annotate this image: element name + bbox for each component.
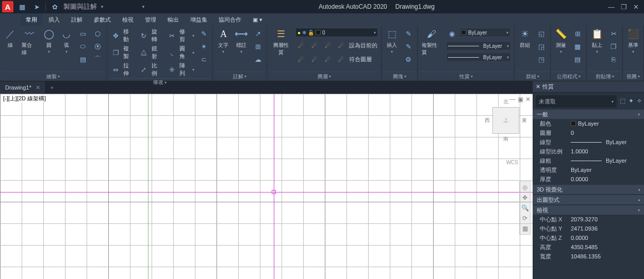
util-tool-3-icon[interactable]: ▤ xyxy=(572,54,583,65)
tab-output[interactable]: 輸出 xyxy=(162,13,184,26)
pan-icon[interactable]: ✥ xyxy=(522,194,527,201)
clip-more-icon[interactable]: ⎘ xyxy=(608,54,619,65)
prop-row-lineweight[interactable]: 線粗ByLayer xyxy=(533,156,644,165)
block-tool-1-icon[interactable]: ✎ xyxy=(403,28,414,39)
arc-button[interactable]: ◡弧▾ xyxy=(58,27,74,55)
workspace-label[interactable]: 製圖與註解 xyxy=(63,2,97,11)
vp-restore-icon[interactable]: ▣ xyxy=(518,96,523,103)
match-props-button[interactable]: 🖌複製性質 xyxy=(420,27,443,57)
array-icon[interactable]: ⁜ xyxy=(166,64,177,75)
copy-clip-icon[interactable]: ❐ xyxy=(608,41,619,52)
palette-title[interactable]: ✕性質 xyxy=(533,81,644,93)
minimize-icon[interactable]: — xyxy=(608,3,615,11)
color-wheel-icon[interactable]: ◉ xyxy=(446,28,457,39)
group-tool-3-icon[interactable]: ◳ xyxy=(536,54,547,65)
trim-icon[interactable]: ✂ xyxy=(166,30,177,41)
prop-row-linetype[interactable]: 線型ByLayer xyxy=(533,137,644,147)
prop-row-transparency[interactable]: 透明度ByLayer xyxy=(533,165,644,175)
panel-layers-label[interactable]: 圖層 ▾ xyxy=(269,72,379,81)
section-general[interactable]: 一般▾ xyxy=(533,110,644,119)
prop-row-layer[interactable]: 圖層0 xyxy=(533,128,644,137)
line-button[interactable]: ／線 xyxy=(2,27,18,50)
steering-wheel-icon[interactable]: ◎ xyxy=(522,184,527,191)
group-button[interactable]: ☀群組 xyxy=(517,27,533,50)
app-logo[interactable]: A xyxy=(2,1,13,12)
panel-block-label[interactable]: 圖塊 ▾ xyxy=(384,72,415,81)
fillet-icon[interactable]: ◟ xyxy=(166,47,177,58)
block-tool-2-icon[interactable]: ✎ xyxy=(403,41,414,52)
prop-row-width[interactable]: 寬度10486.1355 xyxy=(533,252,644,261)
table-icon[interactable]: ⊞ xyxy=(252,41,263,52)
set-current-label[interactable]: 設為目前的 xyxy=(349,42,377,49)
group-tool-2-icon[interactable]: ◲ xyxy=(536,41,547,52)
base-view-button[interactable]: ⬛基準▾ xyxy=(625,27,641,55)
move-label[interactable]: 移動 xyxy=(123,28,135,43)
quick-calc-icon[interactable]: ✧ xyxy=(637,97,642,104)
dimension-button[interactable]: ⟷標註▾ xyxy=(233,27,250,55)
panel-annotate-label[interactable]: 註解 ▾ xyxy=(215,72,265,81)
tab-view[interactable]: 檢視 xyxy=(117,13,139,26)
text-button[interactable]: A文字▾ xyxy=(215,27,232,55)
pim-icon[interactable]: ⬚ xyxy=(620,97,625,104)
tab-more[interactable]: ▣ ▾ xyxy=(247,13,268,26)
prop-row-center-y[interactable]: 中心點 Y2471.0936 xyxy=(533,224,644,233)
hatch-icon[interactable]: ▤ xyxy=(77,54,89,65)
section-view[interactable]: 檢視▾ xyxy=(533,205,644,215)
group-tool-1-icon[interactable]: ◱ xyxy=(536,28,547,39)
close-palette-icon[interactable]: ✕ xyxy=(536,83,540,90)
panel-groups-label[interactable]: 群組 ▾ xyxy=(517,72,548,81)
layer-dropdown[interactable]: ●❄🔓0▾ xyxy=(295,28,378,37)
ellipse-icon[interactable]: ⬭ xyxy=(77,41,89,52)
gear-icon[interactable]: ✿ xyxy=(49,1,60,12)
array-label[interactable]: 陣列 xyxy=(179,62,191,77)
layer-tool-2-icon[interactable]: ☄ xyxy=(309,40,320,51)
orbit-icon[interactable]: ⟳ xyxy=(522,215,527,222)
panel-clipboard-label[interactable]: 剪貼簿 ▾ xyxy=(589,72,620,81)
drawing-viewport[interactable]: [-][上][2D 線架構] — ▣ ✕ 上 北 南 東 西 WCS ◎ ✥ 🔍… xyxy=(0,94,533,279)
qat-caret-icon[interactable]: ▼ xyxy=(141,5,145,9)
restore-icon[interactable]: ❐ xyxy=(621,3,627,11)
selection-dropdown[interactable]: 未選取▾ xyxy=(536,95,617,108)
paste-button[interactable]: 📋貼上▾ xyxy=(589,27,605,55)
util-tool-2-icon[interactable]: ▦ xyxy=(572,41,583,52)
tab-parametric[interactable]: 參數式 xyxy=(89,13,116,26)
util-tool-1-icon[interactable]: ⊞ xyxy=(572,28,583,39)
zoom-icon[interactable]: 🔍 xyxy=(521,204,529,212)
tab-home[interactable]: 常用 xyxy=(21,13,42,26)
prop-row-thickness[interactable]: 厚度0.0000 xyxy=(533,175,644,184)
annot-more-icon[interactable]: ☁ xyxy=(252,54,263,65)
vp-minimize-icon[interactable]: — xyxy=(509,96,516,103)
mirror-icon[interactable]: ⧋ xyxy=(138,47,150,58)
erase-icon[interactable]: ✎ xyxy=(199,28,210,39)
rect-icon[interactable]: ▭ xyxy=(77,28,89,39)
prop-row-height[interactable]: 高度4350.5485 xyxy=(533,242,644,252)
arrow-right-icon[interactable]: ➤ xyxy=(31,1,42,12)
tab-manage[interactable]: 管理 xyxy=(140,13,161,26)
cut-icon[interactable]: ✂ xyxy=(608,28,619,39)
polyline-button[interactable]: 〰聚合線 xyxy=(20,27,39,57)
workspace-caret-icon[interactable]: ▼ xyxy=(100,5,104,9)
layer-tool-6-icon[interactable]: ☄ xyxy=(309,54,320,65)
draw-more-1-icon[interactable]: ⬡ xyxy=(92,28,104,39)
trim-label[interactable]: 修剪 xyxy=(179,28,191,43)
stretch-icon[interactable]: ⇔ xyxy=(110,64,122,75)
scale-icon[interactable]: ⤢ xyxy=(138,64,150,75)
insert-block-button[interactable]: ⬚插入▾ xyxy=(384,27,400,55)
wcs-label[interactable]: WCS xyxy=(506,160,518,165)
draw-more-3-icon[interactable]: ⌒ xyxy=(92,54,104,65)
offset-icon[interactable]: ⊂ xyxy=(199,54,210,65)
color-dropdown[interactable]: ByLayer▾ xyxy=(459,28,510,37)
scale-label[interactable]: 比例 xyxy=(152,62,163,77)
viewcube[interactable]: 上 北 南 東 西 xyxy=(492,107,519,134)
mirror-label[interactable]: 鏡射 xyxy=(152,45,163,60)
lineweight-dropdown[interactable]: ByLayer▾ xyxy=(446,41,511,50)
block-tool-3-icon[interactable]: ⚙ xyxy=(403,54,414,65)
fillet-label[interactable]: 圓角 xyxy=(179,45,191,60)
layer-props-button[interactable]: ☰圖層性質 xyxy=(269,27,293,57)
draw-more-2-icon[interactable]: ⦿ xyxy=(92,41,104,52)
layer-tool-7-icon[interactable]: ☄ xyxy=(322,54,334,65)
move-icon[interactable]: ✥ xyxy=(110,30,122,41)
showmotion-icon[interactable]: ▦ xyxy=(522,225,528,232)
new-icon[interactable]: ▦ xyxy=(16,1,28,12)
panel-modify-label[interactable]: 修改 ▾ xyxy=(109,78,211,86)
